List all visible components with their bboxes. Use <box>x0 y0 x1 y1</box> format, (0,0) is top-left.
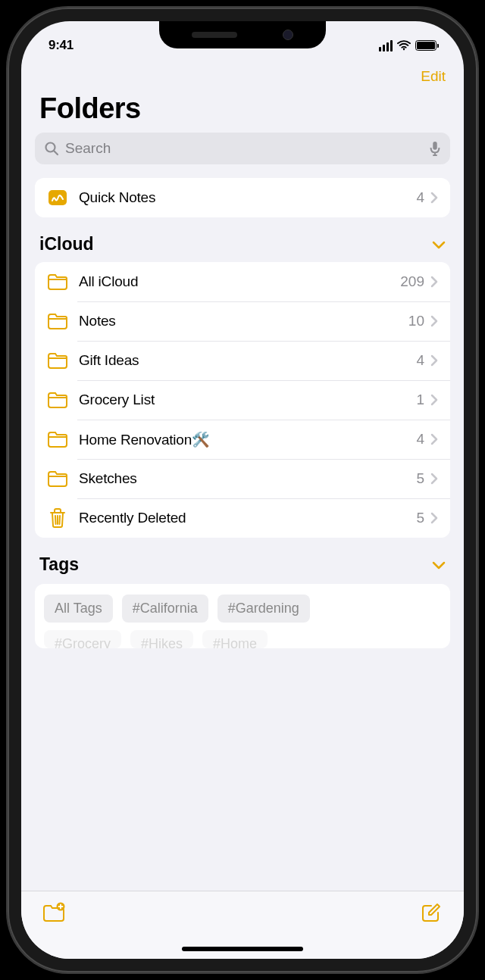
chevron-right-icon <box>430 394 438 406</box>
folder-icon <box>47 271 68 292</box>
folder-count: 4 <box>416 352 424 369</box>
search-bar[interactable] <box>35 133 450 164</box>
status-time: 9:41 <box>48 38 124 53</box>
folder-icon <box>47 468 68 489</box>
chevron-right-icon <box>430 276 438 288</box>
folder-row-notes[interactable]: Notes 10 <box>35 301 450 341</box>
folder-row-quick-notes[interactable]: Quick Notes 4 <box>35 178 450 217</box>
chevron-right-icon <box>430 192 438 204</box>
folder-label: Home Renovation🛠️ <box>79 431 416 448</box>
trash-icon <box>47 507 68 529</box>
folder-label: Sketches <box>79 470 416 487</box>
home-indicator[interactable] <box>182 947 303 951</box>
svg-point-0 <box>403 48 405 49</box>
folder-icon <box>47 429 68 450</box>
section-header-tags[interactable]: Tags <box>35 554 450 575</box>
folder-count: 209 <box>400 273 424 290</box>
chevron-right-icon <box>430 354 438 367</box>
search-input[interactable] <box>65 140 429 157</box>
folder-count: 1 <box>416 392 424 408</box>
folder-count: 10 <box>408 313 424 329</box>
folder-label: Quick Notes <box>79 189 416 206</box>
tag-pill-hikes[interactable]: #Hikes <box>130 630 193 648</box>
folder-label: Grocery List <box>79 392 416 408</box>
page-title: Folders <box>21 89 464 133</box>
cellular-icon <box>379 40 393 51</box>
quick-notes-icon <box>47 187 68 208</box>
compose-icon[interactable] <box>420 902 443 923</box>
tag-pill-all[interactable]: All Tags <box>44 595 113 623</box>
tag-pill-grocery[interactable]: #Grocery <box>44 630 121 648</box>
folder-count: 4 <box>416 431 424 448</box>
svg-rect-3 <box>433 142 436 150</box>
chevron-down-icon[interactable] <box>432 560 446 570</box>
new-folder-icon[interactable] <box>42 902 65 923</box>
section-header-icloud[interactable]: iCloud <box>35 234 450 254</box>
svg-line-2 <box>55 151 58 155</box>
chevron-down-icon[interactable] <box>432 240 446 249</box>
folder-row-recently-deleted[interactable]: Recently Deleted 5 <box>35 498 450 538</box>
folder-icon <box>47 389 68 410</box>
tag-pill-gardening[interactable]: #Gardening <box>217 595 310 623</box>
section-title: Tags <box>39 554 79 575</box>
folder-icon <box>47 350 68 371</box>
svg-point-1 <box>46 143 55 152</box>
folder-count: 5 <box>416 470 424 487</box>
folder-row-gift-ideas[interactable]: Gift Ideas 4 <box>35 341 450 380</box>
folder-label: Recently Deleted <box>79 510 416 526</box>
chevron-right-icon <box>430 512 438 524</box>
chevron-right-icon <box>430 433 438 445</box>
folder-row-grocery-list[interactable]: Grocery List 1 <box>35 380 450 420</box>
folder-icon <box>47 311 68 332</box>
folder-count: 5 <box>416 510 424 526</box>
tag-pill-california[interactable]: #California <box>122 595 208 623</box>
chevron-right-icon <box>430 315 438 327</box>
search-icon <box>44 141 59 156</box>
folder-row-sketches[interactable]: Sketches 5 <box>35 459 450 498</box>
edit-button[interactable]: Edit <box>421 68 446 85</box>
folder-row-home-renovation[interactable]: Home Renovation🛠️ 4 <box>35 420 450 459</box>
battery-icon <box>415 40 436 51</box>
folder-label: All iCloud <box>79 273 400 290</box>
folder-label: Notes <box>79 313 408 329</box>
folder-row-all-icloud[interactable]: All iCloud 209 <box>35 262 450 301</box>
mic-icon[interactable] <box>429 141 441 156</box>
section-title: iCloud <box>39 234 94 254</box>
tag-pill-home[interactable]: #Home <box>202 630 268 648</box>
folder-label: Gift Ideas <box>79 352 416 369</box>
chevron-right-icon <box>430 473 438 485</box>
folder-count: 4 <box>416 189 424 206</box>
wifi-icon <box>397 40 411 51</box>
